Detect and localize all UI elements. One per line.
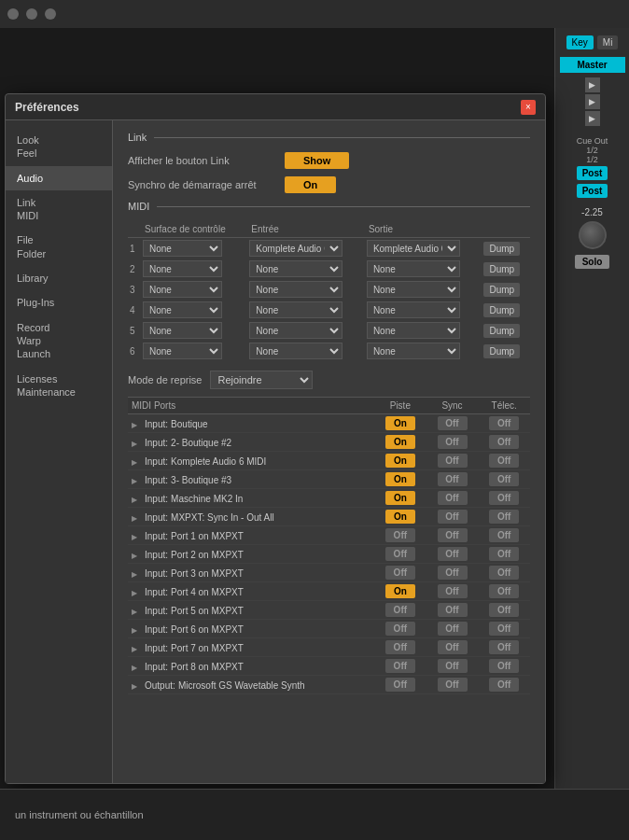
sync-button-11[interactable]: Off xyxy=(438,622,468,636)
output-select-5[interactable]: None xyxy=(367,343,460,359)
piste-button-12[interactable]: Off xyxy=(385,640,415,654)
piste-button-8[interactable]: Off xyxy=(385,566,415,580)
surface-select-1[interactable]: None xyxy=(143,260,222,277)
solo-button[interactable]: Solo xyxy=(575,255,610,269)
input-select-2[interactable]: None xyxy=(249,281,342,298)
telec-button-8[interactable]: Off xyxy=(489,566,519,580)
sync-button-13[interactable]: Off xyxy=(438,659,468,673)
nav-item-look[interactable]: LookFeel xyxy=(6,128,112,166)
post-button-1[interactable]: Post xyxy=(577,166,608,180)
input-select-4[interactable]: None xyxy=(249,322,342,339)
nav-item-link-midi[interactable]: LinkMIDI xyxy=(6,190,112,229)
port-expand-icon[interactable]: ▶ xyxy=(132,682,137,691)
port-expand-icon[interactable]: ▶ xyxy=(132,458,137,467)
sync-button-3[interactable]: Off xyxy=(438,472,468,486)
mi-tab[interactable]: Mi xyxy=(597,35,619,49)
port-expand-icon[interactable]: ▶ xyxy=(132,477,137,485)
sync-button-10[interactable]: Off xyxy=(438,603,468,617)
show-link-button[interactable]: Show xyxy=(285,152,349,169)
dump-button-1[interactable]: Dump xyxy=(483,262,520,276)
nav-item-plugins[interactable]: Plug-Ins xyxy=(6,290,112,315)
port-expand-icon[interactable]: ▶ xyxy=(132,421,137,429)
piste-button-0[interactable]: On xyxy=(385,416,415,430)
output-select-1[interactable]: None xyxy=(367,260,460,277)
volume-knob[interactable] xyxy=(579,221,607,249)
port-expand-icon[interactable]: ▶ xyxy=(132,608,137,616)
sync-button-14[interactable]: Off xyxy=(438,678,468,692)
sync-button-2[interactable]: Off xyxy=(438,454,468,468)
telec-button-4[interactable]: Off xyxy=(489,491,519,505)
piste-button-9[interactable]: On xyxy=(385,584,415,598)
telec-button-14[interactable]: Off xyxy=(489,678,519,692)
post-button-2[interactable]: Post xyxy=(577,184,608,198)
sync-button-8[interactable]: Off xyxy=(438,566,468,580)
sync-button[interactable]: On xyxy=(285,176,336,193)
port-expand-icon[interactable]: ▶ xyxy=(132,570,137,579)
input-select-1[interactable]: None xyxy=(249,260,342,277)
close-button[interactable]: × xyxy=(521,100,536,115)
nav-item-library[interactable]: Library xyxy=(6,266,112,290)
dump-button-3[interactable]: Dump xyxy=(483,303,520,317)
piste-button-6[interactable]: Off xyxy=(385,528,415,542)
piste-button-3[interactable]: On xyxy=(385,472,415,486)
telec-button-5[interactable]: Off xyxy=(489,510,519,524)
port-expand-icon[interactable]: ▶ xyxy=(132,664,137,672)
dump-button-4[interactable]: Dump xyxy=(483,324,520,338)
dump-button-0[interactable]: Dump xyxy=(483,242,520,256)
piste-button-5[interactable]: On xyxy=(385,510,415,524)
telec-button-12[interactable]: Off xyxy=(489,640,519,654)
telec-button-10[interactable]: Off xyxy=(489,603,519,617)
sync-button-1[interactable]: Off xyxy=(438,435,468,449)
mode-select[interactable]: Rejoindre xyxy=(210,371,313,389)
surface-select-0[interactable]: None xyxy=(143,240,222,257)
sync-button-5[interactable]: Off xyxy=(438,510,468,524)
piste-button-13[interactable]: Off xyxy=(385,659,415,673)
input-select-5[interactable]: None xyxy=(249,343,342,359)
surface-select-4[interactable]: None xyxy=(143,322,222,339)
sync-button-0[interactable]: Off xyxy=(438,416,468,430)
nav-item-licenses[interactable]: LicensesMaintenance xyxy=(6,367,112,405)
telec-button-9[interactable]: Off xyxy=(489,584,519,598)
port-expand-icon[interactable]: ▶ xyxy=(132,645,137,653)
output-select-0[interactable]: Komplete Audio 6 xyxy=(367,240,460,257)
piste-button-11[interactable]: Off xyxy=(385,622,415,636)
port-expand-icon[interactable]: ▶ xyxy=(132,626,137,635)
piste-button-10[interactable]: Off xyxy=(385,603,415,617)
piste-button-4[interactable]: On xyxy=(385,491,415,505)
port-expand-icon[interactable]: ▶ xyxy=(132,552,137,560)
sync-button-12[interactable]: Off xyxy=(438,640,468,654)
port-expand-icon[interactable]: ▶ xyxy=(132,440,137,448)
telec-button-7[interactable]: Off xyxy=(489,547,519,561)
dump-button-2[interactable]: Dump xyxy=(483,283,520,297)
port-expand-icon[interactable]: ▶ xyxy=(132,589,137,597)
piste-button-2[interactable]: On xyxy=(385,454,415,468)
surface-select-2[interactable]: None xyxy=(143,281,222,298)
output-select-4[interactable]: None xyxy=(367,322,460,339)
piste-button-7[interactable]: Off xyxy=(385,547,415,561)
telec-button-2[interactable]: Off xyxy=(489,454,519,468)
sync-button-7[interactable]: Off xyxy=(438,547,468,561)
telec-button-0[interactable]: Off xyxy=(489,416,519,430)
port-expand-icon[interactable]: ▶ xyxy=(132,514,137,523)
sync-button-6[interactable]: Off xyxy=(438,528,468,542)
port-expand-icon[interactable]: ▶ xyxy=(132,496,137,504)
surface-select-5[interactable]: None xyxy=(143,343,222,359)
telec-button-11[interactable]: Off xyxy=(489,622,519,636)
telec-button-3[interactable]: Off xyxy=(489,472,519,486)
arrow-btn-2[interactable]: ▶ xyxy=(585,94,600,109)
output-select-3[interactable]: None xyxy=(367,301,460,318)
dump-button-5[interactable]: Dump xyxy=(483,344,520,358)
surface-select-3[interactable]: None xyxy=(143,301,222,318)
sync-button-9[interactable]: Off xyxy=(438,584,468,598)
port-expand-icon[interactable]: ▶ xyxy=(132,533,137,541)
input-select-0[interactable]: Komplete Audio 6 xyxy=(249,240,342,257)
nav-item-record-warp[interactable]: RecordWarpLaunch xyxy=(6,315,112,367)
piste-button-14[interactable]: Off xyxy=(385,678,415,692)
output-select-2[interactable]: None xyxy=(367,281,460,298)
sync-button-4[interactable]: Off xyxy=(438,491,468,505)
piste-button-1[interactable]: On xyxy=(385,435,415,449)
nav-item-audio[interactable]: Audio xyxy=(6,166,112,190)
key-tab[interactable]: Key xyxy=(566,35,594,49)
nav-item-file-folder[interactable]: FileFolder xyxy=(6,228,112,266)
telec-button-1[interactable]: Off xyxy=(489,435,519,449)
